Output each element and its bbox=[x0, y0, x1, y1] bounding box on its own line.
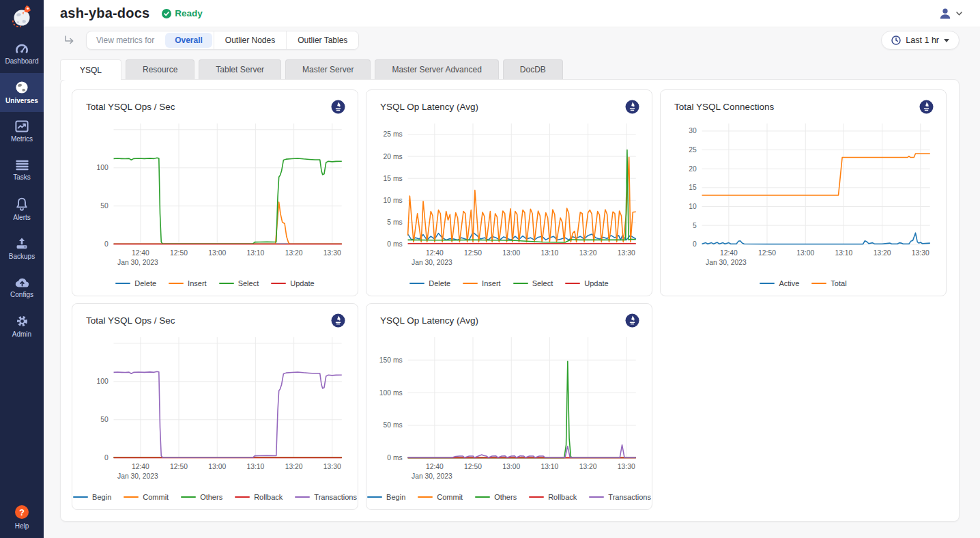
tab-resource[interactable]: Resource bbox=[126, 59, 194, 79]
chart-plot-area[interactable]: 0 ms5 ms10 ms15 ms20 ms25 ms12:4012:5013… bbox=[375, 117, 644, 275]
chart-title: Total YSQL Ops / Sec bbox=[86, 102, 175, 112]
tab-master-server-advanced[interactable]: Master Server Advanced bbox=[375, 59, 498, 79]
user-menu-button[interactable] bbox=[938, 7, 962, 20]
legend-label: Delete bbox=[429, 279, 450, 287]
tab-docdb[interactable]: DocDB bbox=[503, 59, 563, 79]
sidebar-item-label: Dashboard bbox=[5, 57, 39, 65]
svg-text:13:30: 13:30 bbox=[912, 249, 929, 257]
legend-item-others[interactable]: Others bbox=[475, 493, 517, 501]
legend-label: Others bbox=[200, 493, 222, 501]
svg-text:13:10: 13:10 bbox=[541, 463, 558, 470]
chart-plot-area[interactable]: 05010012:4012:5013:0013:1013:2013:30Jan … bbox=[81, 330, 349, 489]
chart-plot-area[interactable]: 0 ms50 ms100 ms150 ms12:4012:5013:0013:1… bbox=[375, 330, 644, 489]
legend-swatch bbox=[811, 283, 826, 285]
legend-item-update[interactable]: Update bbox=[271, 279, 314, 287]
sidebar-item-tasks[interactable]: Tasks bbox=[0, 151, 44, 190]
sidebar-item-universes[interactable]: Universes bbox=[0, 73, 44, 112]
return-arrow-icon bbox=[64, 36, 75, 45]
chart-plot-area[interactable]: 05010012:4012:5013:0013:1013:2013:30Jan … bbox=[81, 117, 349, 275]
svg-text:30: 30 bbox=[689, 127, 697, 134]
main-area: ash-yba-docs Ready bbox=[44, 0, 980, 538]
legend-item-total[interactable]: Total bbox=[811, 279, 846, 287]
tab-ysql[interactable]: YSQL bbox=[60, 59, 121, 80]
svg-text:13:00: 13:00 bbox=[208, 463, 226, 470]
metrics-toolbar: View metrics for OverallOutlier NodesOut… bbox=[44, 27, 980, 53]
svg-text:0: 0 bbox=[104, 454, 109, 462]
clock-icon bbox=[891, 36, 901, 45]
sidebar-item-metrics[interactable]: Metrics bbox=[0, 112, 44, 151]
sidebar-item-help[interactable]: ? Help bbox=[0, 496, 44, 538]
sidebar-item-admin[interactable]: Admin bbox=[0, 307, 44, 345]
legend-item-select[interactable]: Select bbox=[219, 279, 259, 287]
sidebar-item-label: Alerts bbox=[13, 214, 31, 221]
series-insert bbox=[408, 157, 636, 242]
legend-item-delete[interactable]: Delete bbox=[409, 279, 450, 287]
legend-item-delete[interactable]: Delete bbox=[115, 279, 156, 287]
sidebar-item-label: Admin bbox=[12, 330, 31, 338]
legend-item-rollback[interactable]: Rollback bbox=[529, 493, 577, 501]
legend-item-commit[interactable]: Commit bbox=[124, 493, 169, 501]
prometheus-icon[interactable] bbox=[331, 313, 345, 328]
legend-item-others[interactable]: Others bbox=[181, 493, 222, 501]
time-range-dropdown[interactable]: Last 1 hr bbox=[881, 31, 960, 50]
chart-header: YSQL Op Latency (Avg) bbox=[375, 312, 644, 330]
dashboard-icon bbox=[15, 42, 29, 55]
prometheus-icon[interactable] bbox=[625, 100, 639, 114]
legend-item-insert[interactable]: Insert bbox=[169, 279, 207, 287]
legend-swatch bbox=[73, 496, 88, 498]
sidebar: DashboardUniversesMetricsTasksAlertsBack… bbox=[0, 0, 44, 538]
sidebar-item-label: Configs bbox=[10, 291, 33, 298]
legend-item-transactions[interactable]: Transactions bbox=[295, 493, 357, 501]
prometheus-icon[interactable] bbox=[625, 313, 639, 328]
user-icon bbox=[938, 7, 952, 20]
legend-item-insert[interactable]: Insert bbox=[463, 279, 501, 287]
svg-text:13:10: 13:10 bbox=[835, 249, 852, 257]
legend-swatch bbox=[169, 283, 184, 285]
svg-text:Jan 30, 2023: Jan 30, 2023 bbox=[412, 472, 452, 480]
chart-card-ysql-op-latency-avg-: YSQL Op Latency (Avg) 0 ms5 ms10 ms15 ms… bbox=[366, 89, 652, 296]
svg-text:25 ms: 25 ms bbox=[384, 130, 403, 138]
sidebar-item-alerts[interactable]: Alerts bbox=[0, 190, 44, 229]
legend-item-rollback[interactable]: Rollback bbox=[235, 493, 283, 501]
legend-label: Insert bbox=[482, 279, 501, 287]
legend-label: Begin bbox=[386, 493, 405, 501]
legend-item-active[interactable]: Active bbox=[760, 279, 799, 287]
legend-item-begin[interactable]: Begin bbox=[367, 493, 405, 501]
chart-header: Total YSQL Connections bbox=[669, 98, 938, 117]
legend-item-commit[interactable]: Commit bbox=[418, 493, 463, 501]
legend-item-update[interactable]: Update bbox=[565, 279, 608, 287]
legend-label: Total bbox=[831, 279, 846, 287]
yugabyte-logo-icon[interactable] bbox=[0, 0, 44, 34]
tab-master-server[interactable]: Master Server bbox=[285, 59, 371, 79]
legend-label: Rollback bbox=[548, 493, 577, 501]
tab-tablet-server[interactable]: Tablet Server bbox=[199, 59, 281, 79]
svg-text:100: 100 bbox=[96, 378, 108, 385]
series-total bbox=[702, 154, 930, 195]
sidebar-item-dashboard[interactable]: Dashboard bbox=[0, 34, 44, 73]
legend-item-begin[interactable]: Begin bbox=[73, 493, 111, 501]
legend-label: Transactions bbox=[314, 493, 357, 501]
svg-text:Jan 30, 2023: Jan 30, 2023 bbox=[412, 259, 452, 266]
chart-plot-area[interactable]: 05101520253012:4012:5013:0013:1013:2013:… bbox=[669, 117, 938, 275]
svg-text:13:10: 13:10 bbox=[246, 249, 264, 257]
sidebar-item-backups[interactable]: Backups bbox=[0, 229, 44, 268]
check-circle-icon bbox=[162, 9, 171, 18]
legend-item-select[interactable]: Select bbox=[513, 279, 553, 287]
legend-label: Update bbox=[584, 279, 608, 287]
svg-text:13:10: 13:10 bbox=[541, 249, 558, 257]
configs-icon bbox=[15, 277, 29, 288]
status-badge: Ready bbox=[162, 8, 203, 18]
legend-item-transactions[interactable]: Transactions bbox=[589, 493, 651, 501]
scope-tab-overall[interactable]: Overall bbox=[165, 33, 212, 48]
sidebar-item-configs[interactable]: Configs bbox=[0, 268, 44, 307]
svg-text:13:30: 13:30 bbox=[323, 463, 341, 470]
prometheus-icon[interactable] bbox=[331, 100, 345, 114]
prometheus-icon[interactable] bbox=[919, 100, 934, 114]
scope-tab-outlier-nodes[interactable]: Outlier Nodes bbox=[214, 31, 286, 49]
svg-text:13:00: 13:00 bbox=[502, 463, 520, 470]
chart-title: Total YSQL Ops / Sec bbox=[86, 315, 175, 326]
chart-legend: BeginCommitOthersRollbackTransactions bbox=[81, 489, 349, 505]
scope-tab-outlier-tables[interactable]: Outlier Tables bbox=[286, 31, 358, 49]
page-header: ash-yba-docs Ready bbox=[44, 0, 980, 27]
charts-grid: Total YSQL Ops / Sec 05010012:4012:5013:… bbox=[72, 89, 948, 510]
